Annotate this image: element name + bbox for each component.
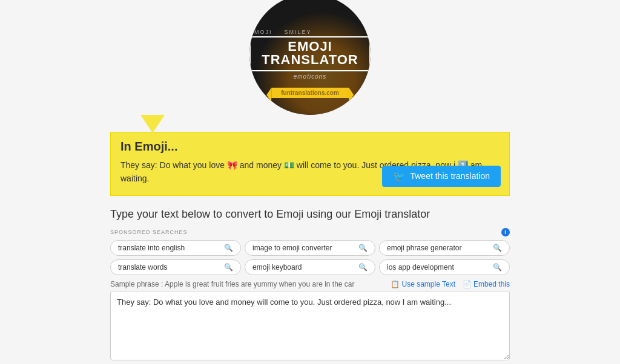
sample-phrase-text: Sample phrase : Apple is great fruit fri… (110, 280, 355, 288)
logo-url[interactable]: funtranslations.com (271, 88, 349, 98)
search-label: ios app development (387, 263, 454, 271)
search-item[interactable]: emoji keyboard 🔍 (245, 259, 375, 275)
embed-icon: 📄 (463, 280, 472, 288)
search-icon: 🔍 (224, 244, 233, 252)
search-label: translate into english (118, 244, 185, 252)
embed-button[interactable]: 📄 Embed this (463, 280, 510, 288)
search-icon: 🔍 (224, 263, 233, 271)
search-icon: 🔍 (493, 244, 502, 252)
twitter-icon: 🐦 (393, 171, 405, 182)
logo-subtitle-left: EMOJI (249, 29, 272, 35)
logo-container: EMOJI SMILEY EMOJI TRANSLATOR emoticons … (249, 0, 371, 115)
text-input[interactable] (110, 291, 510, 360)
search-item[interactable]: emoji phrase generator 🔍 (379, 240, 510, 256)
sponsored-label: SPONSORED SEARCHES i (110, 228, 510, 236)
translation-box: In Emoji... They say: Do what you love 🎀… (110, 132, 510, 196)
main-content: Type your text below to convert to Emoji… (110, 208, 510, 364)
search-label: translate words (118, 263, 167, 271)
tweet-label: Tweet this translation (410, 171, 490, 181)
search-item[interactable]: image to emoji converter 🔍 (245, 240, 375, 256)
search-grid: translate into english 🔍 image to emoji … (110, 240, 510, 275)
search-icon: 🔍 (358, 244, 368, 252)
sample-actions: 📋 Use sample Text 📄 Embed this (391, 280, 510, 288)
triangle-pointer (140, 115, 165, 133)
translation-title: In Emoji... (120, 140, 500, 154)
logo-title: EMOJI TRANSLATOR (259, 40, 361, 67)
search-icon: 🔍 (358, 263, 368, 271)
logo-inner: EMOJI SMILEY EMOJI TRANSLATOR emoticons (249, 29, 371, 80)
search-item[interactable]: translate into english 🔍 (110, 240, 241, 256)
logo-sub: emoticons (249, 73, 371, 80)
search-item[interactable]: ios app development 🔍 (379, 259, 510, 275)
sample-phrase-row: Sample phrase : Apple is great fruit fri… (110, 280, 510, 288)
logo-circle: EMOJI SMILEY EMOJI TRANSLATOR emoticons … (249, 0, 371, 115)
search-item[interactable]: translate words 🔍 (110, 259, 241, 275)
search-label: image to emoji converter (252, 244, 332, 252)
tweet-button[interactable]: 🐦 Tweet this translation (382, 166, 501, 187)
search-label: emoji phrase generator (387, 244, 461, 252)
info-icon[interactable]: i (501, 228, 510, 236)
main-heading: Type your text below to convert to Emoji… (110, 208, 510, 221)
search-icon: 🔍 (493, 263, 502, 271)
logo-subtitle-right: SMILEY (285, 29, 312, 35)
search-label: emoji keyboard (252, 263, 302, 271)
use-sample-button[interactable]: 📋 Use sample Text (391, 280, 455, 288)
copy-icon: 📋 (391, 280, 400, 288)
